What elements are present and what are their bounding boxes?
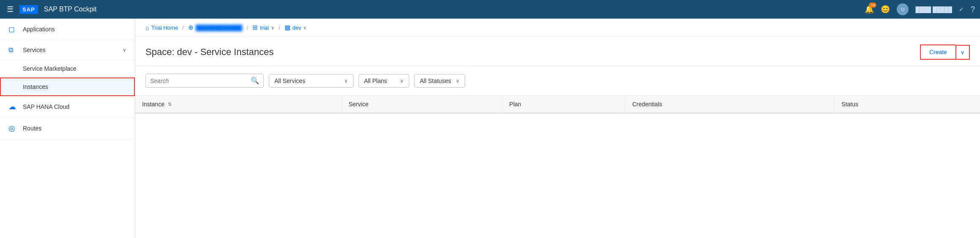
instance-sort-icon: ⇅ [168, 102, 172, 107]
sidebar-item-label: Applications [23, 26, 126, 33]
sidebar-item-label: SAP HANA Cloud [23, 103, 126, 110]
all-services-label: All Services [274, 77, 305, 84]
search-icon: 🔍 [251, 77, 259, 85]
main-content-area: ⌂ Trial Home / ⊕ ████████████ / ⊞ trial … [135, 19, 980, 238]
all-statuses-chevron-icon: ∨ [456, 78, 460, 84]
create-dropdown-button[interactable]: ∨ [955, 45, 970, 60]
main-layout: ◻ Applications ⧉ Services ∨ Service Mark… [0, 19, 980, 238]
space-chevron-icon: ∨ [271, 25, 274, 30]
sap-logo: SAP [19, 5, 38, 14]
all-plans-chevron-icon: ∨ [400, 78, 404, 84]
breadcrumb-org[interactable]: ⊕ ████████████ [188, 24, 243, 31]
sidebar-item-applications[interactable]: ◻ Applications [0, 19, 135, 40]
search-input[interactable] [150, 77, 247, 84]
org-icon: ⊕ [188, 24, 194, 31]
applications-icon: ◻ [8, 25, 18, 34]
table-header-row: Instance ⇅ Service Plan [135, 96, 980, 113]
space-icon: ⊞ [252, 24, 258, 31]
help-icon[interactable]: ? [971, 5, 975, 14]
all-plans-label: All Plans [364, 77, 387, 84]
breadcrumb-space-label: trial [260, 25, 269, 31]
instances-table: Instance ⇅ Service Plan [135, 96, 980, 113]
search-box[interactable]: 🔍 [145, 74, 264, 88]
top-bar-right-actions: 🔔 24 😊 U ████ █████ ✓ ? [865, 3, 975, 15]
user-avatar[interactable]: U [897, 3, 909, 15]
breadcrumb-env-label: dev [293, 25, 301, 31]
header-actions: Create ∨ [920, 44, 970, 60]
sidebar-item-label: Routes [23, 125, 126, 132]
sidebar-item-instances[interactable]: Instances [0, 77, 135, 96]
routes-icon: ◎ [8, 124, 18, 133]
all-services-dropdown[interactable]: All Services ∨ [269, 74, 353, 88]
sidebar: ◻ Applications ⧉ Services ∨ Service Mark… [0, 19, 135, 238]
page-header: Space: dev - Service Instances Create ∨ [135, 37, 980, 66]
breadcrumb-trial-home[interactable]: ⌂ Trial Home [145, 24, 178, 31]
sidebar-item-label: Services [23, 47, 118, 53]
create-button[interactable]: Create [920, 44, 955, 60]
service-marketplace-label: Service Marketplace [23, 65, 77, 72]
column-service[interactable]: Service [342, 96, 502, 113]
user-name[interactable]: ████ █████ [915, 6, 952, 13]
page-title: Space: dev - Service Instances [145, 47, 274, 58]
column-plan[interactable]: Plan [502, 96, 625, 113]
create-chevron-icon: ∨ [961, 49, 965, 55]
user-checkmark-icon: ✓ [959, 6, 964, 13]
sap-hana-cloud-icon: ☁ [8, 102, 18, 111]
breadcrumb-bar: ⌂ Trial Home / ⊕ ████████████ / ⊞ trial … [135, 19, 980, 37]
notifications-icon[interactable]: 🔔 24 [865, 5, 874, 14]
env-icon: ▦ [285, 24, 290, 31]
all-plans-dropdown[interactable]: All Plans ∨ [359, 74, 409, 88]
hamburger-menu-icon[interactable]: ☰ [5, 3, 15, 16]
breadcrumb-separator-1: / [182, 25, 184, 31]
all-services-chevron-icon: ∨ [344, 78, 348, 84]
notification-badge: 24 [869, 3, 876, 8]
sidebar-item-services[interactable]: ⧉ Services ∨ [0, 40, 135, 60]
services-icon: ⧉ [8, 46, 18, 54]
env-chevron-icon: ∨ [303, 25, 307, 30]
feedback-icon[interactable]: 😊 [881, 5, 890, 14]
services-chevron-icon: ∨ [123, 47, 126, 53]
top-navigation-bar: ☰ SAP SAP BTP Cockpit 🔔 24 😊 U ████ ████… [0, 0, 980, 19]
all-statuses-label: All Statuses [420, 77, 451, 84]
sidebar-item-sap-hana-cloud[interactable]: ☁ SAP HANA Cloud [0, 96, 135, 118]
app-title: SAP BTP Cockpit [44, 6, 861, 13]
home-icon: ⌂ [145, 24, 149, 31]
user-initials: U [901, 7, 904, 12]
column-credentials[interactable]: Credentials [625, 96, 835, 113]
filter-bar: 🔍 All Services ∨ All Plans ∨ All Statuse… [135, 66, 980, 96]
instances-label: Instances [23, 83, 48, 90]
all-statuses-dropdown[interactable]: All Statuses ∨ [414, 74, 465, 88]
column-status[interactable]: Status [835, 96, 980, 113]
breadcrumb-space[interactable]: ⊞ trial ∨ [252, 24, 274, 31]
instances-table-container: Instance ⇅ Service Plan [135, 96, 980, 238]
sidebar-item-service-marketplace[interactable]: Service Marketplace [0, 60, 135, 77]
breadcrumb-org-label: ████████████ [196, 25, 243, 31]
column-instance[interactable]: Instance ⇅ [135, 96, 342, 113]
breadcrumb-env[interactable]: ▦ dev ∨ [285, 24, 307, 31]
breadcrumb-home-label: Trial Home [151, 25, 178, 31]
table-header: Instance ⇅ Service Plan [135, 96, 980, 113]
breadcrumb-separator-2: / [246, 25, 248, 31]
breadcrumb-separator-3: / [279, 25, 280, 31]
sidebar-item-routes[interactable]: ◎ Routes [0, 118, 135, 139]
